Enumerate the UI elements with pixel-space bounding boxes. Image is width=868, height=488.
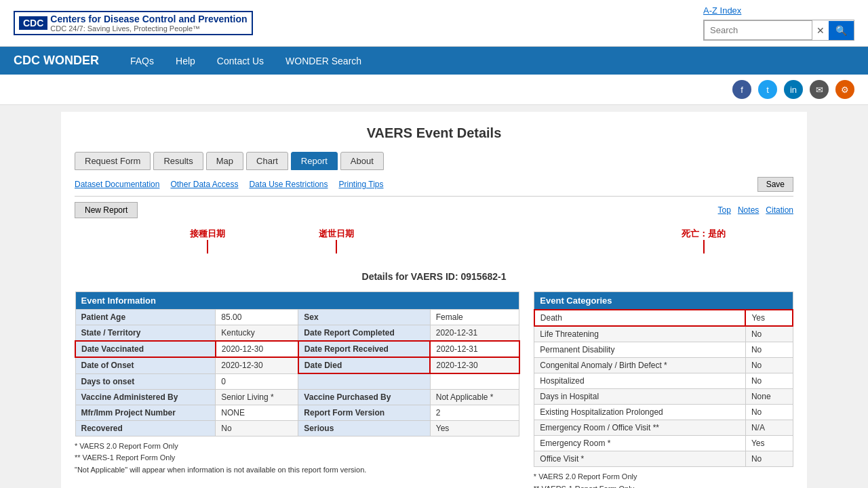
- ei-value: 2020-12-30: [216, 357, 298, 373]
- ec-value: No: [745, 451, 793, 467]
- ei-value2: Yes: [430, 420, 519, 436]
- ei-label2: Vaccine Purchased By: [298, 389, 430, 405]
- ei-value2: Female: [430, 310, 519, 325]
- cdc-logo-box: CDC: [19, 16, 47, 30]
- event-cat-footnotes: * VAERS 2.0 Report Form Only ** VAERS-1 …: [534, 471, 793, 488]
- logo-area: CDC Centers for Disease Control and Prev…: [14, 11, 253, 35]
- other-data-access-link[interactable]: Other Data Access: [170, 180, 238, 189]
- ei-label: Days to onset: [75, 373, 216, 389]
- ei-label2: Sex: [298, 310, 430, 325]
- nav-wonder-search[interactable]: WONDER Search: [275, 49, 372, 73]
- facebook-icon[interactable]: f: [732, 80, 751, 99]
- ei-label: Mfr/Imm Project Number: [75, 405, 216, 420]
- header-right: A-Z Index ✕ 🔍: [703, 5, 854, 41]
- ei-label2: Date Report Received: [298, 341, 430, 357]
- event-info-footnotes: * VAERS 2.0 Report Form Only ** VAERS-1 …: [75, 441, 520, 476]
- new-report-row: New Report Top Notes Citation: [75, 202, 793, 218]
- ei-value2: 2020-12-31: [430, 325, 519, 342]
- ec-label: Death: [534, 310, 746, 326]
- new-report-button[interactable]: New Report: [75, 202, 138, 218]
- nav-faqs[interactable]: FAQs: [119, 49, 165, 73]
- ec-label: Emergency Room / Office Visit **: [534, 420, 746, 436]
- ec-value: No: [745, 358, 793, 373]
- event-info-table: Event Information Patient Age 85.00 Sex …: [75, 291, 520, 436]
- ec-label: Permanent Disability: [534, 342, 746, 358]
- ei-value: Kentucky: [216, 325, 298, 342]
- ec-value: No: [745, 342, 793, 358]
- annotation-date-died: 逝世日期: [319, 228, 354, 253]
- event-cat-body: Death Yes Life Threatening No Permanent …: [534, 310, 793, 467]
- ec-value: Yes: [745, 436, 793, 451]
- ei-label2: Date Report Completed: [298, 325, 430, 342]
- event-info-section: Event Information Patient Age 85.00 Sex …: [75, 291, 520, 476]
- logo-subtitle: CDC 24/7: Saving Lives, Protecting Peopl…: [50, 24, 247, 33]
- tab-map[interactable]: Map: [206, 152, 243, 170]
- annotation-death-yes: 死亡：是的: [682, 228, 726, 253]
- event-info-header: Event Information: [75, 292, 519, 310]
- site-brand: CDC WONDER: [14, 47, 113, 75]
- ec-value: Yes: [745, 310, 793, 326]
- ec-value: No: [745, 326, 793, 342]
- linkedin-icon[interactable]: in: [784, 80, 803, 99]
- nav-contact-us[interactable]: Contact Us: [206, 49, 275, 73]
- tab-about[interactable]: About: [340, 152, 384, 170]
- event-categories-table: Event Categories Death Yes Life Threaten…: [534, 291, 793, 467]
- ec-label: Office Visit *: [534, 451, 746, 467]
- tab-results[interactable]: Results: [153, 152, 203, 170]
- event-categories-section: Event Categories Death Yes Life Threaten…: [534, 291, 793, 488]
- ec-value: No: [745, 405, 793, 420]
- data-use-restrictions-link[interactable]: Data Use Restrictions: [249, 180, 328, 189]
- printing-tips-link[interactable]: Printing Tips: [339, 180, 384, 189]
- ei-label: Date of Onset: [75, 357, 216, 373]
- tab-chart[interactable]: Chart: [246, 152, 288, 170]
- top-link[interactable]: Top: [718, 205, 731, 215]
- ec-label: Days in Hospital: [534, 389, 746, 405]
- search-clear-button[interactable]: ✕: [812, 22, 829, 39]
- ei-value2: [430, 373, 519, 389]
- ei-label2: Serious: [298, 420, 430, 436]
- tab-bar: Request Form Results Map Chart Report Ab…: [75, 152, 793, 170]
- ec-label: Hospitalized: [534, 373, 746, 389]
- ec-value: N/A: [745, 420, 793, 436]
- dataset-documentation-link[interactable]: Dataset Documentation: [75, 180, 159, 189]
- tables-area: Event Information Patient Age 85.00 Sex …: [75, 291, 793, 488]
- main-content: VAERS Event Details Request Form Results…: [61, 112, 807, 488]
- ei-label: Vaccine Administered By: [75, 389, 216, 405]
- ec-value: None: [745, 389, 793, 405]
- rss-icon[interactable]: ⚙: [835, 80, 854, 99]
- search-input[interactable]: [704, 20, 812, 40]
- vaers-id-heading: Details for VAERS ID: 0915682-1: [75, 271, 793, 282]
- search-bar: ✕ 🔍: [703, 20, 854, 41]
- nav-help[interactable]: Help: [165, 49, 206, 73]
- ei-label: Date Vaccinated: [75, 341, 216, 357]
- ei-value: 85.00: [216, 310, 298, 325]
- annotation-date-vaccinated: 接種日期: [190, 228, 225, 253]
- tab-request-form[interactable]: Request Form: [75, 152, 151, 170]
- ei-value: 0: [216, 373, 298, 389]
- event-info-body: Patient Age 85.00 Sex Female State / Ter…: [75, 310, 519, 436]
- ei-label2: Report Form Version: [298, 405, 430, 420]
- navigation-bar: CDC WONDER FAQs Help Contact Us WONDER S…: [0, 47, 868, 75]
- tab-report[interactable]: Report: [291, 152, 338, 170]
- ei-label: State / Territory: [75, 325, 216, 342]
- sub-links-bar: Dataset Documentation Other Data Access …: [75, 177, 793, 197]
- ei-label2: [298, 373, 430, 389]
- search-button[interactable]: 🔍: [829, 21, 854, 40]
- ec-label: Congenital Anomaly / Birth Defect *: [534, 358, 746, 373]
- ei-value: No: [216, 420, 298, 436]
- ec-label: Life Threatening: [534, 326, 746, 342]
- ei-label: Patient Age: [75, 310, 216, 325]
- twitter-icon[interactable]: t: [758, 80, 777, 99]
- email-icon[interactable]: ✉: [810, 80, 829, 99]
- notes-link[interactable]: Notes: [738, 205, 759, 215]
- az-index-link[interactable]: A-Z Index: [703, 5, 741, 16]
- social-bar: f t in ✉ ⚙: [0, 75, 868, 105]
- ei-value2: 2020-12-30: [430, 357, 519, 373]
- save-button[interactable]: Save: [757, 177, 793, 192]
- ec-label: Existing Hospitalization Prolonged: [534, 405, 746, 420]
- annotation-area: 接種日期 逝世日期 死亡：是的: [75, 228, 793, 268]
- ec-value: No: [745, 373, 793, 389]
- page-title: VAERS Event Details: [75, 125, 793, 141]
- citation-link[interactable]: Citation: [766, 205, 793, 215]
- logo-title: Centers for Disease Control and Preventi…: [50, 14, 247, 24]
